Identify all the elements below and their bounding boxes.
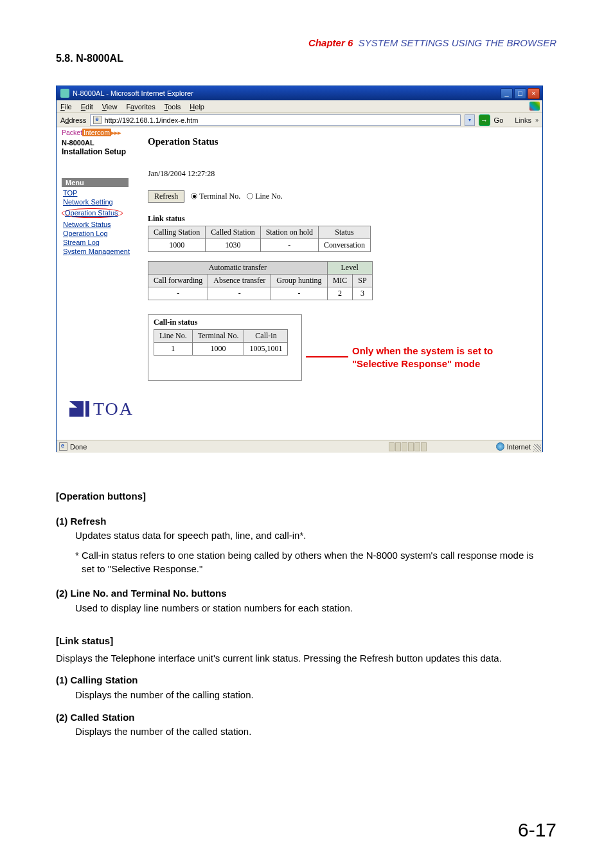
col-status: Status [319, 226, 371, 239]
links-label[interactable]: Links [515, 116, 531, 124]
internet-zone-icon [496, 442, 504, 451]
go-button[interactable]: → [479, 114, 490, 126]
nav-system-management[interactable]: System Management [62, 248, 135, 255]
window-title: N-8000AL - Microsoft Internet Explorer [73, 89, 193, 97]
zone-label: Internet [507, 443, 531, 451]
called-station-text: Displays the number of the called statio… [75, 725, 544, 739]
browser-window: N-8000AL - Microsoft Internet Explorer _… [56, 86, 543, 452]
address-bar: Address http://192.168.1.1/index-e.htm ▾… [57, 113, 542, 127]
called-station-head: (2) Called Station [56, 711, 544, 725]
chapter-label: Chapter 6 [308, 37, 353, 48]
col-grp: Group hunting [271, 275, 327, 287]
menu-help[interactable]: Help [190, 103, 204, 111]
links-chevron-icon[interactable]: » [535, 117, 538, 123]
link-text: Displays the Telephone interface unit's … [56, 652, 544, 665]
menu-view[interactable]: View [102, 103, 118, 111]
nav-operation-status[interactable]: Operation Status [62, 208, 123, 218]
status-bar: Done Internet [57, 440, 542, 453]
level-header: Level [327, 262, 372, 275]
radio-line[interactable]: Line No. [247, 192, 283, 201]
close-button[interactable]: × [528, 88, 540, 99]
table-row: 1 1000 1005,1001 [154, 343, 288, 356]
done-icon [59, 442, 67, 451]
page-number: 6-17 [518, 819, 556, 841]
col-sp: SP [353, 275, 372, 287]
nav-network-setting[interactable]: Network Setting [62, 198, 135, 206]
menu-tools[interactable]: Tools [164, 103, 181, 111]
table-row: 1000 1030 - Conversation [148, 239, 371, 252]
link-status-table: Calling Station Called Station Station o… [148, 226, 371, 252]
col-terminal-no: Terminal No. [192, 330, 244, 343]
link-section-head: [Link status] [56, 635, 544, 648]
col-line-no: Line No. [154, 330, 193, 343]
col-abs: Absence transfer [208, 275, 271, 287]
ie-logo-icon [529, 102, 540, 111]
auto-transfer-header: Automatic transfer [148, 262, 328, 275]
callin-heading: Call-in status [154, 318, 296, 327]
address-input[interactable]: http://192.168.1.1/index-e.htm [90, 114, 460, 126]
refresh-button[interactable]: Refresh [148, 190, 184, 203]
nav-network-status[interactable]: Network Status [62, 221, 135, 228]
chapter-title: SYSTEM SETTINGS USING THE BROWSER [359, 37, 556, 48]
lineno-text: Used to display line numbers or station … [75, 602, 544, 615]
auto-transfer-table: Automatic transfer Level Call forwarding… [148, 261, 373, 300]
col-cfwd: Call forwarding [148, 275, 208, 287]
annotation-leader-line [306, 356, 348, 357]
callin-table: Line No. Terminal No. Call-in 1 1000 100… [154, 329, 288, 356]
col-calling: Calling Station [148, 226, 206, 239]
menu-favorites[interactable]: Favorites [126, 103, 155, 111]
titlebar: N-8000AL - Microsoft Internet Explorer _… [57, 86, 542, 100]
refresh-head: (1) Refresh [56, 515, 544, 529]
nav-stream-log[interactable]: Stream Log [62, 239, 135, 246]
model-label: N-8000AL [62, 139, 135, 147]
install-title: Installation Setup [62, 147, 135, 156]
menu-edit[interactable]: Edit [81, 103, 93, 111]
timestamp: Jan/18/2004 12:27:28 [148, 169, 533, 179]
ops-section-head: [Operation buttons] [56, 490, 544, 503]
status-done: Done [70, 443, 87, 451]
resize-grip-icon[interactable] [533, 444, 541, 452]
calling-station-head: (1) Calling Station [56, 674, 544, 687]
address-value: http://192.168.1.1/index-e.htm [104, 116, 198, 124]
operation-status-heading: Operation Status [148, 136, 533, 147]
nav-operation-log[interactable]: Operation Log [62, 230, 135, 237]
callin-status-box: Call-in status Line No. Terminal No. Cal… [148, 314, 302, 381]
radio-terminal[interactable]: Terminal No. [191, 192, 240, 201]
section-title: 5.8. N-8000AL [56, 53, 123, 64]
annotation-text: Only when the system is set to "Selectiv… [352, 345, 493, 371]
menu-bar: File Edit View Favorites Tools Help [57, 100, 542, 113]
col-hold: Station on hold [260, 226, 318, 239]
minimize-button[interactable]: _ [501, 88, 513, 99]
maximize-button[interactable]: □ [514, 88, 526, 99]
address-dropdown[interactable]: ▾ [465, 114, 475, 126]
address-label: Address [60, 116, 86, 124]
ie-icon [60, 89, 69, 98]
col-mic: MIC [327, 275, 353, 287]
refresh-text: Updates status data for speech path, lin… [75, 529, 544, 543]
nav-top[interactable]: TOP [62, 189, 135, 197]
packet-intercom-logo: PacketIntercom▸▸▸ [62, 129, 121, 136]
calling-station-text: Displays the number of the calling stati… [75, 689, 544, 702]
menu-header: Menu [62, 178, 129, 187]
link-status-heading: Link status [148, 214, 533, 224]
menu-file[interactable]: File [60, 103, 72, 111]
table-row: - - - 2 3 [148, 287, 373, 300]
lineno-head: (2) Line No. and Terminal No. buttons [56, 587, 544, 601]
go-label: Go [494, 116, 504, 124]
toa-logo: TOA [69, 399, 134, 419]
col-callin: Call-in [244, 330, 288, 343]
refresh-note: * Call-in status refers to one station b… [75, 549, 544, 575]
page-icon [93, 116, 102, 124]
col-called: Called Station [206, 226, 260, 239]
